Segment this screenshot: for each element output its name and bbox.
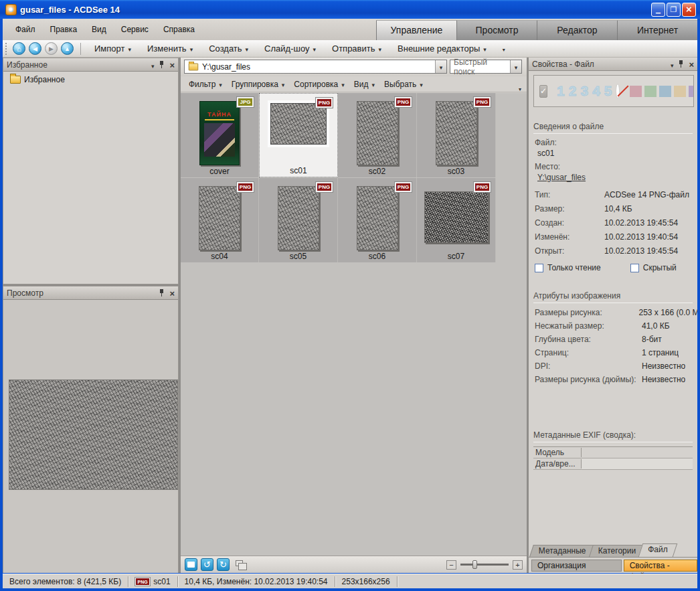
menu-tools[interactable]: Сервис	[115, 22, 155, 37]
thumbnail-sc04[interactable]: PNG sc04	[181, 178, 259, 262]
place-link[interactable]: Y:\gusar_files	[537, 173, 697, 182]
color-label-green[interactable]	[644, 86, 657, 97]
file-label: Файл:	[535, 138, 697, 147]
clear-rating-icon[interactable]	[616, 84, 620, 98]
create-button[interactable]: Создать	[201, 41, 256, 56]
properties-file-button[interactable]: Свойства - Файл	[624, 560, 697, 572]
title-bar[interactable]: gusar_files - ACDSee 14	[0, 0, 700, 19]
hidden-checkbox[interactable]	[630, 264, 639, 272]
color-label-yellow[interactable]	[674, 86, 686, 97]
favorites-panel-header[interactable]: Избранное	[3, 58, 178, 72]
path-combo[interactable]: Y:\gusar_files	[184, 60, 447, 74]
thumbnail-image	[357, 186, 398, 250]
rating-2[interactable]: 2	[569, 83, 577, 99]
tab-metadata[interactable]: Метаданные	[529, 545, 596, 557]
close-panel-icon[interactable]	[169, 59, 175, 71]
minimize-button[interactable]	[651, 3, 665, 17]
close-panel-icon[interactable]	[169, 287, 175, 299]
thumbnail-cover[interactable]: JPG ТАЙНА cover	[181, 93, 259, 177]
thumbnail-sc03[interactable]: PNG sc03	[417, 93, 496, 177]
rating-5[interactable]: 5	[604, 83, 612, 99]
toolbar-grip[interactable]	[4, 43, 9, 55]
thumbnail-sc06[interactable]: PNG sc06	[338, 178, 417, 262]
mode-tab-manage[interactable]: Управление	[376, 20, 456, 40]
up-button[interactable]	[61, 42, 74, 55]
close-panel-icon[interactable]	[689, 58, 694, 70]
rating-box: 1 2 3 4 5	[533, 75, 694, 107]
import-button[interactable]: Импорт	[86, 41, 139, 56]
forward-button[interactable]	[45, 42, 58, 55]
folder-icon	[189, 63, 198, 70]
pin-icon[interactable]	[159, 61, 165, 68]
menu-edit[interactable]: Правка	[44, 22, 84, 37]
color-label-purple[interactable]	[689, 86, 693, 97]
status-total: Всего элементов: 8 (421,5 КБ)	[3, 574, 128, 589]
favorites-tree-item[interactable]: Избранное	[3, 72, 178, 84]
select-button[interactable]: Выбрать	[381, 78, 428, 91]
hidden-checkbox-item[interactable]: Скрытый	[630, 263, 677, 272]
thumbnail-sc05[interactable]: PNG sc05	[259, 178, 338, 262]
properties-panel-header[interactable]: Свойства - Файл	[529, 58, 697, 71]
panel-menu-icon[interactable]	[671, 58, 674, 70]
mode-tab-internet[interactable]: Интернет	[617, 20, 697, 40]
path-dropdown-button[interactable]	[435, 60, 446, 73]
home-button[interactable]	[13, 42, 25, 55]
color-label-blue[interactable]	[659, 86, 671, 97]
external-editors-button[interactable]: Внешние редакторы	[389, 41, 495, 56]
compare-button[interactable]	[233, 558, 246, 571]
pin-icon[interactable]	[159, 289, 165, 297]
exif-datetime-row[interactable]: Дата/вре...	[533, 458, 693, 470]
menu-help[interactable]: Справка	[157, 22, 201, 37]
sorting-button[interactable]: Сортировка	[291, 78, 349, 91]
image-basket-button[interactable]	[185, 558, 197, 571]
organize-data-button[interactable]: Организация данных	[531, 560, 622, 572]
zoom-slider-thumb[interactable]	[472, 560, 477, 569]
properties-tab-strip: Метаданные Категории Файл	[529, 543, 697, 558]
mode-tab-view[interactable]: Просмотр	[456, 20, 537, 40]
rating-4[interactable]: 4	[592, 83, 600, 99]
thumbnail-sc07[interactable]: PNG sc07	[417, 178, 496, 262]
slideshow-button[interactable]: Слайд-шоу	[256, 41, 324, 56]
png-badge: PNG	[474, 97, 491, 107]
tab-categories[interactable]: Категории	[589, 545, 645, 557]
back-icon	[33, 46, 37, 52]
rotate-left-button[interactable]	[201, 558, 213, 571]
pin-icon[interactable]	[678, 60, 684, 68]
image-basket-icon	[187, 562, 195, 568]
readonly-label: Только чтение	[547, 263, 601, 272]
mode-tab-editor[interactable]: Редактор	[537, 20, 617, 40]
zoom-in-button[interactable]: +	[513, 560, 523, 570]
exif-model-row[interactable]: Модель	[533, 447, 693, 458]
filter-button[interactable]: Фильтр	[186, 78, 228, 91]
tab-file[interactable]: Файл	[638, 543, 677, 557]
grouping-button[interactable]: Группировка	[229, 78, 290, 91]
toolbar-overflow-button[interactable]	[495, 41, 513, 56]
thumbnail-sc01[interactable]: PNG sc01	[259, 93, 338, 177]
preview-image[interactable]	[9, 379, 178, 490]
search-dropdown-button[interactable]	[510, 60, 521, 73]
rating-1[interactable]: 1	[557, 83, 565, 99]
modify-button[interactable]: Изменить	[139, 41, 201, 56]
readonly-checkbox[interactable]	[535, 264, 543, 272]
menu-file[interactable]: Файл	[9, 22, 41, 37]
rotate-right-button[interactable]	[217, 558, 230, 571]
close-button[interactable]	[682, 3, 696, 17]
view-button[interactable]: Вид	[351, 78, 380, 91]
panel-menu-icon[interactable]	[151, 59, 155, 71]
quick-search-box[interactable]: Быстрый поиск	[450, 60, 522, 74]
filter-overflow-icon[interactable]	[519, 82, 521, 94]
tag-checkbox[interactable]	[539, 85, 547, 98]
forward-icon	[49, 46, 54, 52]
maximize-button[interactable]	[667, 3, 681, 17]
zoom-out-button[interactable]: −	[446, 560, 456, 570]
menu-view[interactable]: Вид	[86, 22, 112, 37]
png-badge: PNG	[316, 182, 333, 192]
back-button[interactable]	[29, 42, 41, 55]
zoom-slider[interactable]	[460, 564, 509, 566]
rating-3[interactable]: 3	[580, 83, 588, 99]
thumbnail-sc02[interactable]: PNG sc02	[338, 93, 417, 177]
preview-panel-header[interactable]: Просмотр	[3, 286, 178, 300]
send-button[interactable]: Отправить	[324, 41, 389, 56]
color-label-red[interactable]	[630, 86, 642, 97]
readonly-checkbox-item[interactable]: Только чтение	[535, 263, 601, 272]
